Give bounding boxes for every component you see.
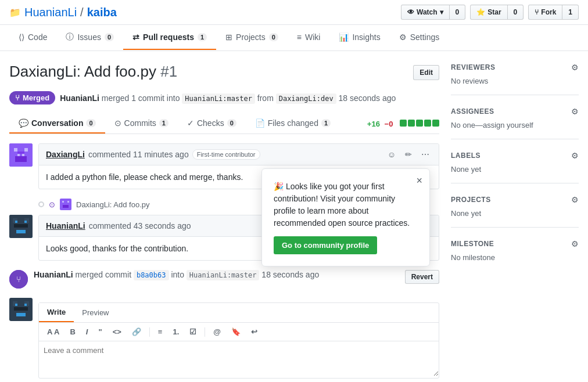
merge-author: HuanianLi (34, 270, 73, 279)
watch-count: 0 (450, 5, 466, 20)
bold-button[interactable]: B (67, 326, 77, 337)
pr-tab-files-changed[interactable]: 📄 Files changed 1 (246, 114, 340, 134)
comment-author-2[interactable]: HuanianLi (46, 221, 85, 230)
italic-button[interactable]: I (84, 326, 91, 337)
head-branch: DaxiangLi:dev (276, 93, 336, 104)
commit-avatar-small (60, 199, 71, 210)
pr-tabs-left: 💬 Conversation 0 ⊙ Commits 1 ✓ Checks 0 … (9, 114, 340, 134)
revert-button[interactable]: Revert (405, 270, 439, 284)
svg-rect-16 (15, 221, 17, 223)
svg-rect-6 (22, 154, 24, 156)
issues-icon: ⓘ (66, 32, 74, 42)
nav-tab-insights[interactable]: 📊 Insights (329, 26, 389, 50)
avatar-daxiang (9, 143, 33, 167)
svg-rect-4 (15, 156, 27, 162)
svg-rect-2 (24, 148, 28, 152)
pr-tab-conversation[interactable]: 💬 Conversation 0 (9, 114, 105, 134)
nav-tab-settings[interactable]: ⚙ Settings (390, 26, 449, 50)
star-button[interactable]: ⭐ Star (470, 5, 507, 20)
community-profile-button[interactable]: Go to community profile (274, 236, 377, 254)
reply-avatar (9, 298, 33, 321)
assignees-gear[interactable]: ⚙ (571, 107, 579, 116)
svg-rect-18 (16, 230, 26, 233)
code-button[interactable]: <> (110, 326, 124, 337)
base-branch: HuanianLi:master (182, 93, 255, 104)
svg-rect-3 (17, 152, 24, 154)
fork-icon: ⑂ (535, 8, 539, 16)
projects-value: None yet (451, 209, 579, 218)
toolbar-separator-2 (205, 327, 205, 337)
fork-button[interactable]: ⑂ Fork (528, 5, 562, 20)
settings-icon: ⚙ (399, 33, 407, 42)
svg-rect-9 (67, 201, 69, 203)
commit-dot (38, 201, 44, 207)
text-size-button[interactable]: A A (45, 326, 62, 337)
star-count: 0 (508, 5, 524, 20)
svg-rect-8 (62, 201, 64, 203)
popup-close-button[interactable]: × (416, 175, 422, 187)
reviewers-value: No reviews (451, 77, 579, 85)
comment-author-1[interactable]: DaxiangLi (46, 150, 85, 159)
svg-rect-0 (9, 143, 33, 167)
repo-slash: / (80, 6, 84, 19)
insights-icon: 📊 (339, 33, 349, 42)
commit-ref-label: DaxiangLi: Add foo.py (76, 200, 149, 209)
svg-rect-24 (14, 307, 28, 311)
edit-button[interactable]: Edit (413, 65, 439, 80)
svg-rect-27 (24, 304, 27, 306)
comment-header-left-2: HuanianLi commented 43 seconds ago (46, 221, 191, 230)
nav-tab-code[interactable]: ⟨⟩ Code (9, 26, 56, 50)
milestone-gear[interactable]: ⚙ (571, 239, 579, 248)
write-tab[interactable]: Write (39, 303, 74, 322)
projects-gear[interactable]: ⚙ (571, 195, 579, 204)
star-icon: ⭐ (476, 8, 485, 16)
diff-stats: +16 −0 (367, 120, 439, 128)
nav-tab-issues[interactable]: ⓘ Issues 0 (56, 25, 123, 51)
merge-icon: ⑂ (15, 93, 20, 102)
repo-owner[interactable]: HuanianLi (24, 6, 77, 19)
popup-title: 🎉 Looks like you got your first contribu… (274, 181, 418, 229)
reply-button[interactable]: ↩ (249, 326, 260, 337)
task-list-button[interactable]: ☑ (187, 326, 199, 337)
mention-button[interactable]: @ (211, 326, 223, 337)
nav-tab-wiki[interactable]: ≡ Wiki (288, 26, 330, 50)
merge-base: HuanianLi:master (187, 270, 260, 280)
pr-title-row: DaxiangLi: Add foo.py #1 Edit (9, 63, 439, 85)
more-button-1[interactable]: ⋯ (419, 149, 432, 160)
pull-request-icon: ⇄ (132, 33, 139, 42)
repo-name[interactable]: kaiba (87, 6, 117, 19)
reviewers-gear[interactable]: ⚙ (571, 63, 579, 72)
chevron-down-icon: ▾ (440, 8, 443, 16)
wiki-icon: ≡ (297, 33, 302, 42)
unordered-list-button[interactable]: ≡ (156, 326, 165, 337)
reply-textarea[interactable] (39, 341, 439, 376)
labels-gear[interactable]: ⚙ (571, 151, 579, 160)
merge-hash: b8a0b63 (134, 270, 169, 280)
pr-sidebar: Reviewers ⚙ No reviews Assignees ⚙ No on… (451, 63, 579, 379)
nav-tab-projects[interactable]: ⊞ Projects 0 (216, 26, 288, 50)
reply-box: Write Preview A A B I " <> 🔗 ≡ 1. ☑ @ � (38, 302, 439, 379)
reference-button[interactable]: 🔖 (229, 326, 243, 337)
edit-comment-button-1[interactable]: ✏ (403, 149, 414, 160)
react-button-1[interactable]: ☺ (385, 149, 398, 160)
sidebar-reviewers-title: Reviewers ⚙ (451, 63, 579, 72)
pr-tab-commits[interactable]: ⊙ Commits 1 (105, 114, 178, 134)
quote-button[interactable]: " (96, 326, 104, 337)
milestone-value: No milestone (451, 253, 579, 262)
files-icon: 📄 (255, 118, 265, 128)
svg-rect-1 (14, 148, 17, 152)
preview-tab[interactable]: Preview (74, 303, 117, 322)
link-button[interactable]: 🔗 (130, 326, 144, 337)
sidebar-assignees: Assignees ⚙ No one—assign yourself (451, 107, 579, 139)
nav-tab-pull-requests[interactable]: ⇄ Pull requests 1 (123, 26, 216, 50)
pr-tab-checks[interactable]: ✓ Checks 0 (178, 114, 246, 134)
merge-text: HuanianLi merged commit b8a0b63 into Hua… (34, 270, 319, 279)
assignees-value: No one—assign yourself (451, 121, 579, 129)
reply-tabs: Write Preview (39, 303, 439, 323)
contributor-badge: First-time contributor (192, 149, 260, 160)
ordered-list-button[interactable]: 1. (170, 326, 181, 337)
svg-rect-5 (17, 154, 20, 156)
avatar-huanian (9, 215, 33, 238)
checks-icon: ✓ (187, 118, 194, 128)
watch-button[interactable]: 👁 Watch ▾ (401, 5, 450, 20)
